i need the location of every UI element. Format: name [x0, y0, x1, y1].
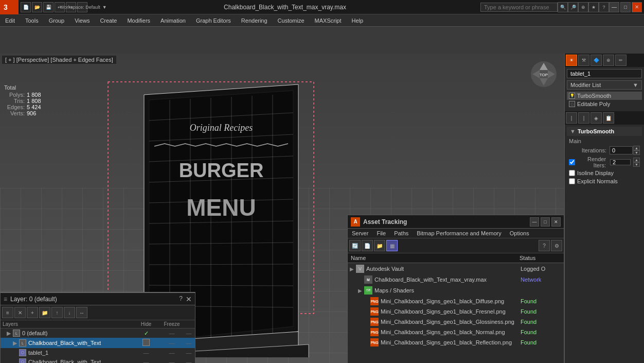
layer-row-tablet[interactable]: ⬡ tablet_1 — — —: [1, 348, 195, 357]
asset-refresh-icon[interactable]: 🔄: [349, 240, 361, 251]
main-label: Main: [569, 138, 581, 144]
diffuse-icon: PNG: [370, 297, 379, 305]
asset-item-normal[interactable]: PNG Mini_Chalkboard_Signs_geo1_black_Nor…: [348, 327, 564, 337]
save-icon[interactable]: 💾: [43, 2, 53, 12]
display-props-icon[interactable]: ✏: [615, 55, 627, 66]
menu-graph-editors[interactable]: Graph Editors: [191, 16, 236, 25]
object-name-field[interactable]: tablet_1: [567, 69, 642, 78]
open-icon[interactable]: 📂: [32, 2, 42, 12]
asset-status-header: Status: [520, 255, 561, 261]
search-icon[interactable]: 🔍: [558, 2, 568, 12]
asset-item-glossiness[interactable]: PNG Mini_Chalkboard_Signs_geo1_black_Glo…: [348, 317, 564, 327]
render-iters-spinner[interactable]: ▲ ▼: [633, 158, 640, 167]
layer-add-icon[interactable]: +: [27, 307, 38, 318]
crosshair-icon[interactable]: ⊕: [578, 2, 588, 12]
asset-group-maps[interactable]: ▶ 🗺 Maps / Shaders: [348, 285, 564, 296]
layer-dash-default: —: [159, 330, 185, 336]
modifier-stack-controls: | | ◈ 📋: [565, 111, 644, 125]
viewport-compass[interactable]: TOP: [528, 59, 559, 90]
asset-item-diffuse[interactable]: PNG Mini_Chalkboard_Signs_geo1_black_Dif…: [348, 296, 564, 306]
asset-settings-icon[interactable]: ⚙: [551, 240, 562, 251]
asset-panel-title: Asset Tracking: [363, 218, 530, 226]
layer-extra-tablet: —: [185, 350, 193, 356]
glossiness-name: Mini_Chalkboard_Signs_geo1_black_Glossin…: [381, 319, 521, 325]
layer-row-chalkboard[interactable]: ▶ L Chalkboard_Black_with_Text — —: [1, 338, 195, 348]
asset-item-reflection[interactable]: PNG Mini_Chalkboard_Signs_geo1_black_Ref…: [348, 337, 564, 348]
asset-item-fresnel[interactable]: PNG Mini_Chalkboard_Signs_geo1_black_Fre…: [348, 306, 564, 317]
menu-create[interactable]: Create: [95, 16, 122, 25]
render-iters-input[interactable]: [610, 159, 631, 165]
window-controls: — □ ✕: [609, 2, 644, 12]
modifier-turbosmooth[interactable]: 💡 TurboSmooth: [567, 92, 642, 100]
layer-name-chalkboard: Chalkboard_Black_with_Text: [28, 340, 133, 346]
layer-move-down-icon[interactable]: ↓: [64, 307, 75, 318]
motion-icon[interactable]: ⊕: [603, 55, 614, 66]
asset-folder-icon[interactable]: 📁: [374, 240, 385, 251]
show-end-result-icon[interactable]: |: [578, 112, 589, 124]
workspace-btn[interactable]: Workspace: Default▼: [77, 2, 87, 12]
hierarchy-icon[interactable]: 🔷: [591, 55, 602, 66]
asset-menu-options[interactable]: Options: [506, 229, 533, 238]
layer-row-chalkboard2[interactable]: ⬡ Chalkboard_Black_with_Text — — —: [1, 357, 195, 363]
menu-help[interactable]: Help: [347, 16, 369, 25]
menu-group[interactable]: Group: [44, 16, 70, 25]
menu-customize[interactable]: Customize: [273, 16, 310, 25]
pin-stack-icon[interactable]: |: [566, 112, 577, 124]
layer-row-default[interactable]: ▶ L 0 (default) ✓ — —: [1, 329, 195, 338]
asset-item-max-file[interactable]: M Chalkboard_Black_with_Text_max_vray.ma…: [348, 274, 564, 285]
modifier-list-dropdown[interactable]: Modifier List ▼: [567, 80, 642, 90]
asset-help-icon[interactable]: ?: [539, 240, 550, 251]
asset-doc-icon[interactable]: 📄: [362, 240, 373, 251]
menu-rendering[interactable]: Rendering: [236, 16, 273, 25]
asset-menu-bitmap-perf[interactable]: Bitmap Performance and Memory: [413, 229, 505, 238]
explicit-normals-checkbox[interactable]: [569, 178, 575, 184]
asset-menu-paths[interactable]: Paths: [390, 229, 413, 238]
remove-modifier-icon[interactable]: 📋: [603, 112, 614, 124]
asset-table-icon[interactable]: ▦: [386, 240, 398, 251]
layer-delete-icon[interactable]: ✕: [14, 307, 26, 318]
asset-menu-file[interactable]: File: [372, 229, 390, 238]
asset-minimize-button[interactable]: —: [530, 217, 539, 227]
viewport-label: [ + ] [Perspective] [Shaded + Edged Face…: [2, 56, 116, 64]
asset-menu-server[interactable]: Server: [348, 229, 372, 238]
menu-animation[interactable]: Animation: [155, 16, 191, 25]
modifier-editable-poly[interactable]: □ Editable Poly: [567, 100, 642, 108]
asset-maximize-button[interactable]: □: [541, 217, 550, 227]
iterations-spinner[interactable]: ▲ ▼: [633, 146, 640, 155]
maximize-button[interactable]: □: [620, 2, 631, 12]
explicit-normals-row: Explicit Normals: [565, 177, 644, 185]
layer-panel-close-icon[interactable]: ✕: [186, 295, 192, 303]
viewport[interactable]: [ + ] [Perspective] [Shaded + Edged Face…: [0, 54, 564, 363]
minimize-button[interactable]: —: [609, 2, 619, 12]
layer-folder-icon[interactable]: 📁: [39, 307, 50, 318]
asset-group-vault[interactable]: ▶ V Autodesk Vault Logged O: [348, 263, 564, 274]
display-icon[interactable]: ☀: [566, 55, 577, 66]
freeze-col-header: Freeze: [159, 321, 185, 327]
max-file-icon: M: [364, 275, 372, 284]
star-icon[interactable]: ★: [588, 2, 599, 12]
layer-menu-icon[interactable]: ≡: [2, 307, 13, 318]
layer-panel-help-icon[interactable]: ?: [179, 295, 183, 303]
iterations-input[interactable]: [610, 146, 633, 154]
magnify-icon[interactable]: 🔎: [568, 2, 578, 12]
editablepoly-bulb-icon: □: [569, 101, 575, 107]
maps-label: Maps / Shaders: [374, 287, 562, 293]
help-icon[interactable]: ?: [599, 2, 609, 12]
asset-close-button[interactable]: ✕: [551, 217, 561, 227]
isoline-checkbox[interactable]: [569, 170, 575, 176]
menu-views[interactable]: Views: [69, 16, 95, 25]
search-input[interactable]: [480, 3, 558, 12]
layer-move-icon[interactable]: ↔: [76, 307, 87, 318]
modify-icon[interactable]: ⚒: [578, 55, 589, 66]
menu-modifiers[interactable]: Modifiers: [122, 16, 155, 25]
menu-edit[interactable]: Edit: [0, 16, 20, 25]
close-button[interactable]: ✕: [632, 2, 642, 12]
modifier-list-label: Modifier List: [570, 82, 601, 88]
menu-tools[interactable]: Tools: [20, 16, 44, 25]
render-iters-checkbox[interactable]: [569, 159, 575, 165]
menu-maxscript[interactable]: MAXScript: [310, 16, 347, 25]
layer-move-up-icon[interactable]: ↑: [51, 307, 63, 318]
make-unique-icon[interactable]: ◈: [591, 112, 602, 124]
new-icon[interactable]: 📄: [21, 2, 31, 12]
asset-name-header: Name: [351, 255, 520, 261]
